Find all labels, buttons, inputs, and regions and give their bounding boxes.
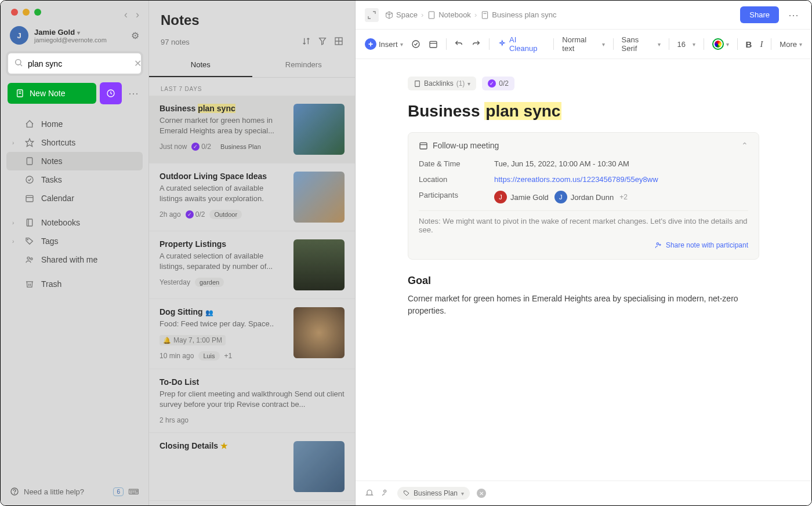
settings-icon[interactable]: ⚙ [131, 30, 139, 41]
nav-tags[interactable]: ›Tags [6, 232, 143, 250]
check-icon [25, 175, 35, 184]
note-thumbnail [293, 239, 345, 290]
calendar-insert[interactable] [429, 39, 438, 49]
breadcrumb-notebook[interactable]: Notebook [427, 10, 471, 20]
nav-shortcuts[interactable]: ›Shortcuts [6, 133, 143, 152]
participant-chip[interactable]: JJordan Dunn [554, 191, 614, 203]
text-style-select[interactable]: Normal text ▾ [562, 35, 604, 53]
help-link[interactable]: Need a little help? 6 ⌨ [6, 482, 143, 501]
star-icon [25, 138, 35, 147]
cube-icon [385, 10, 394, 20]
nav-back[interactable]: ‹ [124, 9, 128, 21]
bold-button[interactable]: B [746, 39, 752, 49]
add-person-footer-icon[interactable] [381, 488, 390, 499]
note-title[interactable]: Business plan sync [408, 102, 759, 121]
meeting-location-link[interactable]: https://zereatlors.zoom.us/1223456789/55… [494, 175, 658, 184]
font-size-select[interactable]: 16 ▾ [677, 40, 695, 49]
task-dot-icon: ✓ [488, 79, 496, 88]
color-picker[interactable]: ▾ [712, 38, 729, 50]
font-select[interactable]: Sans Serif ▾ [622, 35, 661, 53]
nav-notebooks[interactable]: ›Notebooks [6, 213, 143, 232]
sort-icon[interactable] [302, 37, 311, 48]
note-thumbnail [293, 441, 345, 492]
participant-chip[interactable]: JJamie Gold [494, 191, 549, 203]
insert-menu[interactable]: +Insert ▾ [365, 38, 403, 50]
reminder-footer-icon[interactable] [365, 488, 374, 499]
task-dot-icon: ✓ [191, 143, 200, 151]
meeting-notes: Notes: We might want to pivot in the wak… [419, 210, 748, 234]
calendar-icon [419, 141, 428, 150]
svg-rect-11 [27, 219, 32, 226]
plus-icon: + [365, 38, 376, 50]
breadcrumb-note[interactable]: Business plan sync [480, 10, 556, 20]
new-note-button[interactable]: New Note [8, 83, 96, 104]
ai-cleanup-button[interactable]: AI Cleanup [498, 35, 545, 53]
svg-point-8 [26, 176, 33, 183]
participants-more[interactable]: +2 [619, 193, 628, 201]
clear-search[interactable]: ✕ [134, 58, 142, 69]
account-menu[interactable]: J Jamie Gold ▾ jamiegold@evernote.com ⚙ [6, 19, 143, 49]
keyboard-icon[interactable]: ⌨ [128, 487, 139, 496]
minimize-window[interactable] [23, 9, 30, 16]
nav-home[interactable]: Home [6, 115, 143, 133]
collapse-icon[interactable]: ⌃ [741, 141, 748, 150]
svg-marker-18 [320, 38, 326, 45]
trash-icon [25, 279, 35, 289]
redo-button[interactable] [472, 39, 481, 49]
nav-tasks[interactable]: Tasks [6, 170, 143, 189]
nav-trash[interactable]: Trash [6, 275, 143, 293]
star-icon: ★ [220, 441, 228, 450]
note-card[interactable]: Outdoor Living Space Ideas A curated sel… [149, 163, 355, 231]
meeting-title: Follow-up meeting [433, 141, 499, 150]
undo-button[interactable] [454, 39, 463, 49]
nav-calendar[interactable]: Calendar [6, 189, 143, 208]
task-toggle[interactable] [411, 39, 420, 49]
search-box[interactable]: ✕ [8, 53, 142, 74]
link-icon [414, 80, 421, 88]
nav-forward[interactable]: › [136, 9, 139, 21]
tab-notes[interactable]: Notes [149, 53, 252, 77]
tasks-pill[interactable]: ✓0/2 [482, 77, 514, 90]
new-note-more[interactable]: ⋯ [125, 87, 142, 100]
note-more-menu[interactable]: ⋯ [785, 9, 802, 21]
nav-notes[interactable]: Notes [6, 152, 143, 170]
tag-icon [25, 236, 35, 246]
editor-panel: Space › Notebook › Business plan sync Sh… [356, 1, 811, 505]
italic-button[interactable]: I [760, 39, 763, 49]
avatar: J [494, 191, 507, 203]
share-with-participants-link[interactable]: Share note with participant [654, 241, 748, 249]
help-count-badge: 6 [113, 487, 124, 496]
breadcrumb-space[interactable]: Space [385, 10, 418, 20]
svg-rect-23 [483, 12, 488, 19]
nav-shared[interactable]: Shared with me [6, 250, 143, 269]
footer-tag-chip[interactable]: Business Plan ▾ [397, 487, 470, 500]
tag-chip[interactable]: garden [195, 278, 224, 287]
share-button[interactable]: Share [740, 6, 779, 23]
note-card[interactable]: Property Listings A curated selection of… [149, 231, 355, 299]
remove-tag-button[interactable]: ✕ [477, 489, 486, 498]
close-window[interactable] [11, 9, 18, 16]
tag-chip[interactable]: Business Plan [216, 142, 266, 151]
chevron-down-icon: ▾ [77, 30, 80, 36]
view-icon[interactable] [334, 37, 343, 48]
search-input[interactable] [28, 59, 129, 68]
svg-point-17 [14, 493, 15, 494]
maximize-window[interactable] [34, 9, 41, 16]
notes-list-title: Notes [161, 12, 343, 28]
svg-rect-7 [27, 158, 32, 165]
filter-icon[interactable] [318, 37, 327, 48]
backlinks-pill[interactable]: Backlinks (1) ▾ [408, 77, 476, 90]
note-card[interactable]: Closing Details ★ [149, 433, 355, 501]
ai-note-button[interactable] [100, 82, 122, 104]
note-card[interactable]: Business plan sync Corner market for gre… [149, 96, 355, 163]
more-format-menu[interactable]: More ▾ [780, 40, 802, 49]
expand-icon[interactable] [365, 8, 379, 22]
note-card[interactable]: Dog Sitting 👥 Food: Feed twice per day. … [149, 299, 355, 369]
tab-reminders[interactable]: Reminders [252, 53, 356, 77]
section-heading[interactable]: Goal [408, 275, 759, 287]
tag-chip[interactable]: Outdoor [209, 210, 242, 219]
section-header: LAST 7 DAYS [149, 78, 355, 96]
note-card[interactable]: To-Do List Prep for client meeting and w… [149, 369, 355, 432]
avatar: J [10, 26, 28, 45]
body-text[interactable]: Corner market for green homes in Emerald… [408, 293, 759, 317]
